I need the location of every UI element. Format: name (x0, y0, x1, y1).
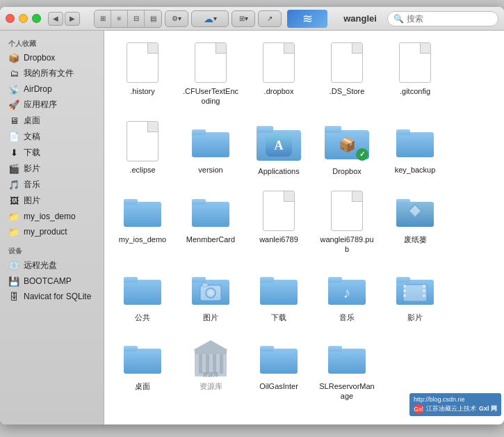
sidebar-item-airdrop[interactable]: 📡 AirDrop (0, 81, 104, 97)
file-item-desktop2[interactable]: 桌面 (111, 333, 174, 406)
svg-rect-13 (192, 202, 229, 227)
file-name: .eclipse (129, 165, 155, 175)
dropbox-file-icon (258, 42, 300, 84)
file-item-public[interactable]: 公共 (111, 264, 174, 326)
close-button[interactable] (6, 14, 15, 23)
list-view-button[interactable]: ≡ (111, 10, 128, 27)
svg-rect-26 (260, 280, 298, 305)
file-item-wanglei-pub[interactable]: wanglei6789.pub (316, 186, 378, 259)
file-item-wanglei6789[interactable]: wanlei6789 (247, 186, 310, 259)
file-name: my_ios_demo (119, 235, 166, 244)
file-name: SLReservorManage (318, 381, 375, 402)
file-item-movies[interactable]: 影片 (384, 264, 446, 326)
svg-rect-44 (199, 354, 202, 374)
my-ios-demo-icon (122, 190, 163, 232)
icon-view-button[interactable]: ⊞ (95, 10, 111, 27)
sidebar: 个人收藏 📦 Dropbox 🗂 我的所有文件 📡 AirDrop 🚀 应用程序… (0, 31, 104, 424)
svg-rect-34 (403, 285, 406, 287)
file-item-key-backup[interactable]: key_backup (384, 116, 446, 180)
column-view-button[interactable]: ⊟ (128, 10, 145, 27)
sidebar-item-remote-disk[interactable]: 💿 远程光盘 (0, 257, 104, 273)
file-item-version[interactable]: version (179, 116, 242, 180)
airdrop-icon: 📡 (8, 84, 19, 95)
sidebar-item-dropbox[interactable]: 📦 Dropbox (0, 50, 104, 65)
file-item-ds-store[interactable]: .DS_Store (316, 38, 378, 111)
sidebar-item-navicat[interactable]: 🗄 Navicat for SQLite (0, 289, 104, 304)
file-name: .gitconfig (400, 86, 430, 96)
sidebar-item-documents[interactable]: 📄 文稿 (0, 129, 104, 145)
sidebar-item-desktop[interactable]: 🖥 桌面 (0, 113, 104, 129)
sidebar-item-bootcamp[interactable]: 💾 BOOTCAMP (0, 273, 104, 289)
file-area: .history .CFUserTextEncoding .dropbox (104, 31, 504, 424)
toolbar: ⊞ ≡ ⊟ ▤ ⚙▾ ☁▾ ⊞▾ ↗ ≋ (88, 10, 333, 28)
file-item-history[interactable]: .history (111, 38, 174, 111)
sidebar-item-label: 下载 (24, 147, 40, 159)
sidebar-item-label: 图片 (24, 195, 40, 207)
arrange-button[interactable]: ⊞▾ (231, 10, 255, 27)
svg-rect-29 (328, 277, 342, 283)
file-item-downloads[interactable]: 下载 (247, 264, 310, 326)
svg-rect-39 (423, 294, 425, 297)
svg-rect-18 (124, 280, 161, 305)
movies-folder-icon (394, 268, 436, 310)
action-button[interactable]: ⚙▾ (165, 10, 188, 27)
documents-icon: 📄 (8, 132, 19, 143)
sidebar-item-music[interactable]: 🎵 音乐 (0, 177, 104, 193)
file-item-pictures[interactable]: 图片 (179, 264, 242, 326)
sidebar-item-my-ios-demo[interactable]: 📁 my_ios_demo (0, 209, 104, 224)
sidebar-item-label: my_product (24, 227, 67, 237)
sidebar-item-my-product[interactable]: 📁 my_product (0, 224, 104, 239)
file-item-eclipse[interactable]: .eclipse (111, 116, 174, 180)
wanglei-pub-icon (326, 190, 368, 232)
version-folder-icon (190, 120, 231, 162)
movies-icon: 🎬 (8, 164, 19, 175)
cloud-button[interactable]: ☁▾ (191, 10, 229, 27)
file-item-system-lib[interactable]: 资源库 资源库 (179, 333, 242, 406)
file-item-member-card[interactable]: MenmberCard (179, 186, 242, 259)
file-item-dropbox-file[interactable]: .dropbox (247, 38, 310, 111)
dropbox-folder-icon: 📦 ✓ (323, 120, 371, 164)
file-item-cfuser[interactable]: .CFUserTextEncoding (179, 38, 242, 111)
member-card-icon (190, 190, 231, 232)
sidebar-item-label: 桌面 (24, 115, 40, 127)
file-item-oilgas[interactable]: OilGasInter (247, 333, 310, 406)
sidebar-item-apps[interactable]: 🚀 应用程序 (0, 97, 104, 113)
cover-flow-button[interactable]: ▤ (145, 10, 161, 27)
sidebar-item-downloads[interactable]: ⬇ 下载 (0, 145, 104, 161)
maximize-button[interactable] (32, 14, 41, 23)
app-icon-toolbar: ≋ (287, 10, 327, 28)
sidebar-item-all-files[interactable]: 🗂 我的所有文件 (0, 65, 104, 81)
search-box[interactable]: 🔍 (387, 11, 498, 26)
devices-section-label: 设备 (0, 244, 104, 257)
sidebar-item-pictures[interactable]: 🖼 图片 (0, 193, 104, 209)
back-button[interactable]: ◀ (48, 12, 63, 26)
file-item-applications[interactable]: A Applications (247, 116, 310, 180)
search-input[interactable] (407, 14, 492, 24)
file-item-trash[interactable]: 废纸篓 (384, 186, 446, 259)
sidebar-item-movies[interactable]: 🎬 影片 (0, 161, 104, 177)
forward-button[interactable]: ▶ (65, 12, 80, 26)
dropbox-icon: 📦 (8, 52, 19, 63)
share-button[interactable]: ↗ (258, 10, 282, 27)
file-item-music[interactable]: ♪ 音乐 (316, 264, 378, 326)
sidebar-item-label: Dropbox (24, 53, 55, 63)
oilgas-folder-icon (258, 337, 300, 379)
svg-rect-1 (192, 129, 206, 135)
my-product-icon: 📁 (8, 226, 19, 237)
my-ios-icon: 📁 (8, 211, 19, 222)
svg-rect-10 (396, 129, 410, 135)
svg-rect-52 (328, 349, 366, 374)
file-name: 下载 (271, 312, 286, 322)
eclipse-icon (122, 120, 163, 162)
public-folder-icon (122, 268, 163, 310)
file-item-slreservoir[interactable]: SLReservorManage (316, 333, 378, 406)
svg-marker-48 (193, 340, 228, 350)
key-backup-icon (394, 120, 436, 162)
file-item-dropbox-folder[interactable]: 📦 ✓ Dropbox (316, 116, 378, 180)
file-item-gitconfig[interactable]: .gitconfig (384, 38, 446, 111)
file-item-my-ios-demo[interactable]: my_ios_demo (111, 186, 174, 259)
desktop-icon: 🖥 (8, 116, 19, 127)
minimize-button[interactable] (19, 14, 28, 23)
cfuser-icon (190, 42, 231, 84)
bootcamp-icon: 💾 (8, 276, 19, 287)
